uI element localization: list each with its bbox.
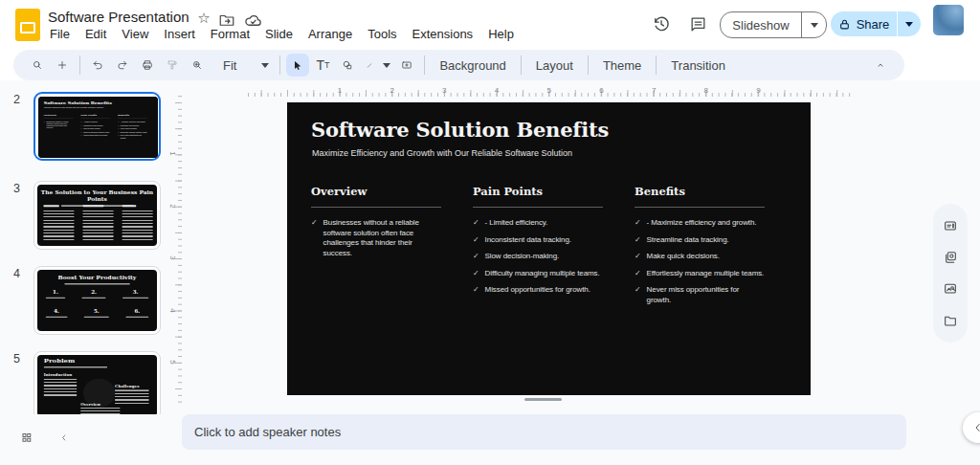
select-tool-icon[interactable] — [286, 54, 309, 77]
check-icon: ✓ — [635, 235, 641, 246]
image-stack-icon[interactable] — [937, 244, 964, 271]
bullet-item: ✓Effortlessly manage multiple teams. — [635, 269, 765, 279]
thumbnail-section: Challenges — [115, 385, 139, 388]
speaker-notes-input[interactable]: Click to add speaker notes — [182, 414, 906, 450]
slide-column: Overview✓Businesses without a reliable s… — [43, 113, 73, 140]
thumbnail-slide-4[interactable]: Boost Your Productivity 1. 2. 3. 4. 5. 6… — [33, 266, 161, 335]
slide-column[interactable]: Pain Points✓- Limited efficiency.✓Incons… — [473, 185, 603, 312]
paint-format-icon[interactable] — [161, 54, 184, 77]
thumbnail-canvas-2: Software Solution Benefits Maximize Effi… — [38, 97, 158, 158]
grid-view-icon[interactable] — [15, 426, 38, 449]
version-history-icon[interactable] — [648, 11, 675, 37]
slide-title[interactable]: Software Solution Benefits — [311, 118, 811, 142]
line-tool-icon[interactable] — [361, 54, 378, 77]
share-button[interactable]: Share — [831, 11, 921, 36]
column-heading: Benefits — [117, 113, 146, 118]
slideshow-button[interactable]: Slideshow — [720, 11, 827, 38]
slide-layout-icon[interactable] — [937, 212, 964, 239]
horizontal-scrollbar-thumb[interactable] — [524, 398, 562, 401]
line-dropdown-icon[interactable] — [383, 63, 390, 68]
star-icon[interactable]: ☆ — [195, 10, 212, 27]
slide-column: Benefits✓- Maximize efficiency and growt… — [117, 113, 146, 140]
redo-icon[interactable] — [111, 54, 134, 77]
insert-text-box-icon[interactable] — [395, 54, 418, 77]
check-icon: ✓ — [43, 121, 45, 129]
menu-bar: File Edit View Insert Format Slide Arran… — [42, 26, 522, 42]
thumbnail-column — [43, 205, 74, 242]
menu-tools[interactable]: Tools — [360, 26, 404, 42]
theme-button[interactable]: Theme — [593, 58, 651, 73]
thumbnail-content: The Solution to Your Business Pain Point… — [37, 185, 157, 246]
share-dropdown[interactable] — [897, 11, 921, 36]
slide-subtitle[interactable]: Maximize Efficiency and Growth with Our … — [312, 148, 811, 158]
shape-tool-icon[interactable] — [336, 54, 359, 77]
undo-icon[interactable] — [86, 54, 109, 77]
bullet-item: ✓Slow decision-making. — [80, 127, 110, 129]
ruler-label: 2 — [390, 86, 393, 95]
ruler-label: 5 — [547, 86, 551, 95]
thumbnail-item-number: 2. — [81, 289, 105, 295]
thumbnail-column — [83, 205, 114, 242]
slide-column[interactable]: Overview✓Businesses without a reliable s… — [311, 185, 441, 312]
bullet-item: ✓- Maximize efficiency and growth. — [117, 121, 146, 122]
bullet-item: ✓Inconsistent data tracking. — [80, 123, 110, 125]
collapse-filmstrip-icon[interactable] — [54, 426, 75, 449]
toolbar-separator — [656, 55, 657, 75]
background-button[interactable]: Background — [430, 58, 515, 73]
bullet-item: ✓Difficulty managing multiple teams. — [80, 131, 110, 133]
print-icon[interactable] — [136, 54, 159, 77]
toolbar-separator — [279, 55, 280, 75]
toolbar-separator — [588, 55, 589, 75]
menu-help[interactable]: Help — [480, 26, 522, 42]
slides-logo-glyph — [20, 22, 35, 33]
search-menus-icon[interactable] — [26, 54, 49, 77]
column-heading: Pain Points — [473, 185, 603, 208]
ruler-label: 9 — [756, 86, 760, 95]
thumbnail-slide-3[interactable]: The Solution to Your Business Pain Point… — [33, 181, 161, 250]
text-placeholder — [80, 408, 120, 414]
menu-slide[interactable]: Slide — [257, 26, 301, 42]
ruler-label: 3 — [442, 86, 446, 95]
layout-button[interactable]: Layout — [526, 58, 583, 73]
thumbnail-slide-5[interactable]: Problem Introduction Challenges Overview — [33, 351, 161, 414]
slideshow-dropdown[interactable] — [801, 12, 826, 37]
new-slide-button[interactable] — [51, 54, 74, 77]
google-slides-logo[interactable] — [15, 9, 40, 41]
column-heading: Benefits — [635, 185, 765, 208]
bullet-item: ✓Effortlessly manage multiple teams. — [117, 131, 146, 133]
comments-icon[interactable] — [684, 11, 711, 37]
menu-format[interactable]: Format — [203, 26, 257, 42]
bullet-item: ✓Businesses without a reliable software … — [43, 121, 73, 129]
slide-canvas[interactable]: Software Solution Benefits Maximize Effi… — [287, 102, 811, 395]
menu-view[interactable]: View — [114, 26, 156, 42]
slide-number: 2 — [13, 93, 20, 106]
zoom-dropdown-icon[interactable] — [261, 63, 269, 68]
thumbnail-slide-2[interactable]: Software Solution Benefits Maximize Effi… — [33, 92, 161, 161]
menu-arrange[interactable]: Arrange — [301, 26, 360, 42]
slide-column[interactable]: Benefits✓- Maximize efficiency and growt… — [635, 185, 765, 312]
text-tool-icon[interactable]: TT — [311, 54, 334, 77]
thumbnail-canvas-5: Problem Introduction Challenges Overview — [37, 355, 157, 414]
zoom-in-icon[interactable] — [186, 54, 209, 77]
thumbnail-title: The Solution to Your Business Pain Point… — [37, 189, 157, 202]
menu-insert[interactable]: Insert — [156, 26, 203, 42]
account-avatar[interactable] — [933, 5, 964, 35]
zoom-select[interactable]: Fit — [213, 58, 246, 73]
check-icon: ✓ — [80, 131, 82, 133]
menu-file[interactable]: File — [42, 26, 78, 42]
image-search-icon[interactable] — [937, 276, 964, 302]
bullet-item: ✓Make quick decisions. — [635, 252, 765, 262]
menu-extensions[interactable]: Extensions — [405, 26, 481, 42]
transition-button[interactable]: Transition — [661, 58, 735, 73]
toolbar-separator — [424, 55, 425, 75]
thumbnail-item-number: 4. — [46, 308, 68, 314]
check-icon: ✓ — [473, 218, 479, 229]
thumbnail-section: Introduction — [44, 373, 72, 377]
check-icon: ✓ — [473, 285, 479, 296]
document-title[interactable]: Software Presentation — [48, 9, 189, 25]
thumbnail-row-5: 5 Problem Introduction Challenges Overvi… — [0, 351, 182, 414]
menu-edit[interactable]: Edit — [78, 26, 114, 42]
slide-columns: Overview✓Businesses without a reliable s… — [43, 113, 146, 140]
folder-icon[interactable] — [937, 307, 964, 334]
collapse-toolbar-icon[interactable] — [869, 54, 892, 77]
